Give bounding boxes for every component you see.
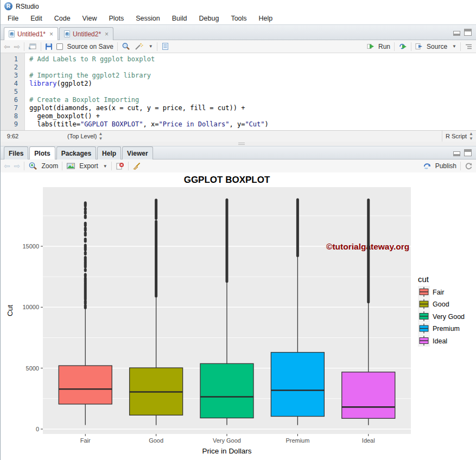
line-number: 5 xyxy=(1,88,24,96)
menu-item-code[interactable]: Code xyxy=(48,14,77,23)
source-icon[interactable] xyxy=(415,43,423,50)
code-line: library(ggplot2) xyxy=(29,80,476,88)
tab-label: Untitled2* xyxy=(73,30,101,38)
source-button[interactable]: Source xyxy=(427,43,447,50)
legend-label: Very Good xyxy=(433,313,465,321)
editor-toolbar: ⇦ ⇨ Source on Save ▼ Run Source ▼ xyxy=(1,40,476,53)
x-tick-label: Fair xyxy=(80,437,91,444)
publish-button[interactable]: Publish xyxy=(435,162,456,170)
export-plot-icon[interactable] xyxy=(66,162,75,170)
splitter-grip-icon[interactable] xyxy=(238,143,245,145)
next-plot-icon[interactable]: ⇨ xyxy=(14,162,21,170)
close-tab-icon[interactable]: × xyxy=(49,30,53,38)
line-number: 3 xyxy=(1,72,24,80)
close-tab-icon[interactable]: × xyxy=(105,30,109,38)
plot-output: GGPLOT BOXPLOT©tutorialgateway.org050001… xyxy=(1,173,476,460)
zoom-plot-icon[interactable] xyxy=(28,162,37,170)
export-caret-icon[interactable]: ▼ xyxy=(103,164,107,169)
tab-viewer[interactable]: Viewer xyxy=(122,146,153,159)
box-premium xyxy=(271,353,324,417)
popout-window-icon[interactable] xyxy=(28,43,37,50)
tab-label: Help xyxy=(102,150,116,157)
box-ideal xyxy=(342,372,395,418)
save-icon[interactable] xyxy=(45,43,53,50)
source-tab-strip: RUntitled1*×RUntitled2*× xyxy=(1,24,476,40)
code-line xyxy=(29,63,476,72)
menu-bar: FileEditCodeViewPlotsSessionBuildDebugTo… xyxy=(1,12,476,24)
y-tick-label: 5000 xyxy=(26,365,39,372)
code-line: labs(title="GGPLOT BOXPLOT", x="Price in… xyxy=(29,120,476,129)
line-number: 1 xyxy=(1,55,24,63)
rerun-icon[interactable] xyxy=(398,43,407,50)
code-line: # Importing the ggplot2 library xyxy=(29,72,476,80)
clear-all-plots-icon[interactable] xyxy=(132,162,141,170)
code-tools-caret-icon[interactable]: ▼ xyxy=(149,44,153,49)
export-button[interactable]: Export xyxy=(79,162,98,170)
menu-item-view[interactable]: View xyxy=(77,14,103,23)
y-tick-label: 15000 xyxy=(22,243,39,250)
source-on-save-checkbox[interactable] xyxy=(56,43,63,50)
maximize-pane-icon[interactable] xyxy=(464,29,472,36)
tab-untitled2[interactable]: RUntitled2*× xyxy=(59,27,113,40)
menu-item-edit[interactable]: Edit xyxy=(24,14,48,23)
compile-notebook-icon[interactable] xyxy=(161,42,169,50)
menu-item-session[interactable]: Session xyxy=(130,14,166,23)
menu-item-debug[interactable]: Debug xyxy=(193,14,225,23)
legend-label: Ideal xyxy=(433,337,447,345)
tab-untitled1[interactable]: RUntitled1*× xyxy=(4,27,58,40)
code-line: geom_boxplot() + xyxy=(29,112,476,120)
menu-item-help[interactable]: Help xyxy=(253,14,279,23)
editor-code[interactable]: # Add Labels to R ggplot boxplot # Impor… xyxy=(25,53,476,130)
code-tools-icon[interactable] xyxy=(134,42,144,50)
tab-files[interactable]: Files xyxy=(4,146,28,159)
tab-label: Plots xyxy=(34,150,50,157)
file-type-selector[interactable]: R Script▲▼ xyxy=(442,131,476,142)
refresh-plot-icon[interactable] xyxy=(465,162,473,170)
box-verygood xyxy=(200,363,253,418)
minimize-pane-icon[interactable] xyxy=(453,151,460,156)
forward-icon[interactable]: ⇨ xyxy=(14,43,21,50)
tab-packages[interactable]: Packages xyxy=(56,146,96,159)
editor-status-bar: 9:62 (Top Level)▲▼ R Script▲▼ xyxy=(1,130,476,142)
x-tick-label: Premium xyxy=(285,437,309,444)
menu-item-plots[interactable]: Plots xyxy=(103,14,130,23)
code-line: # Add Labels to R ggplot boxplot xyxy=(29,55,476,63)
cursor-position: 9:62 xyxy=(1,133,25,139)
r-file-icon: R xyxy=(64,30,70,37)
document-outline-icon[interactable] xyxy=(465,43,473,50)
minimize-pane-icon[interactable] xyxy=(453,31,460,36)
run-button[interactable]: Run xyxy=(378,43,390,50)
menu-item-tools[interactable]: Tools xyxy=(225,14,252,23)
menu-item-file[interactable]: File xyxy=(2,14,24,23)
remove-plot-icon[interactable] xyxy=(116,162,124,170)
line-number: 8 xyxy=(1,112,24,120)
line-number: 2 xyxy=(1,63,24,72)
publish-icon[interactable] xyxy=(423,162,431,170)
source-caret-icon[interactable]: ▼ xyxy=(452,44,456,49)
back-icon[interactable]: ⇦ xyxy=(4,43,10,50)
updown-icon: ▲▼ xyxy=(469,131,473,141)
y-tick-label: 10000 xyxy=(22,304,39,310)
legend-label: Premium xyxy=(433,325,460,333)
code-editor[interactable]: 123456789 # Add Labels to R ggplot boxpl… xyxy=(1,53,476,130)
pane-splitter[interactable] xyxy=(1,142,476,146)
find-replace-icon[interactable] xyxy=(122,42,130,50)
scope-selector[interactable]: (Top Level)▲▼ xyxy=(67,131,102,141)
rstudio-window: R RStudio FileEditCodeViewPlotsSessionBu… xyxy=(0,0,476,460)
run-icon[interactable] xyxy=(367,43,375,50)
maximize-pane-icon[interactable] xyxy=(464,149,472,156)
x-axis-title: Price in Dollars xyxy=(202,447,252,455)
zoom-button[interactable]: Zoom xyxy=(41,162,58,170)
x-tick-label: Good xyxy=(149,437,163,444)
tab-label: Files xyxy=(9,150,23,157)
box-fair xyxy=(59,366,112,404)
tab-plots[interactable]: Plots xyxy=(29,146,55,159)
tab-help[interactable]: Help xyxy=(97,146,121,159)
rstudio-logo-icon: R xyxy=(4,2,12,10)
tab-label: Untitled1* xyxy=(17,30,46,38)
code-line xyxy=(29,88,476,96)
legend-label: Fair xyxy=(433,289,445,296)
previous-plot-icon[interactable]: ⇦ xyxy=(4,162,10,170)
updown-icon: ▲▼ xyxy=(98,131,102,141)
menu-item-build[interactable]: Build xyxy=(166,14,193,23)
